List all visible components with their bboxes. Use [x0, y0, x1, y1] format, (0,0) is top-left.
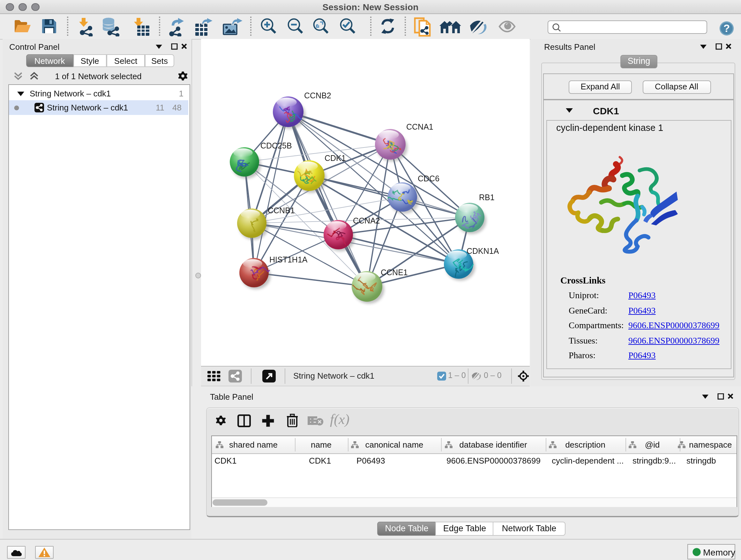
- svg-text:CDK1: CDK1: [325, 153, 346, 163]
- svg-text:CDKN1A: CDKN1A: [467, 246, 499, 255]
- svg-text:CDC6: CDC6: [418, 174, 440, 183]
- svg-text:CCNE1: CCNE1: [381, 268, 408, 277]
- svg-text:CCNA1: CCNA1: [406, 122, 433, 131]
- svg-text:CDC25B: CDC25B: [260, 141, 292, 150]
- svg-text:CCNB1: CCNB1: [268, 206, 295, 215]
- svg-text:RB1: RB1: [479, 193, 495, 202]
- svg-text:HIST1H1A: HIST1H1A: [269, 255, 308, 264]
- svg-text:CCNA2: CCNA2: [353, 216, 380, 225]
- svg-text:CCNB2: CCNB2: [304, 91, 331, 100]
- svg-text:?: ?: [724, 22, 730, 34]
